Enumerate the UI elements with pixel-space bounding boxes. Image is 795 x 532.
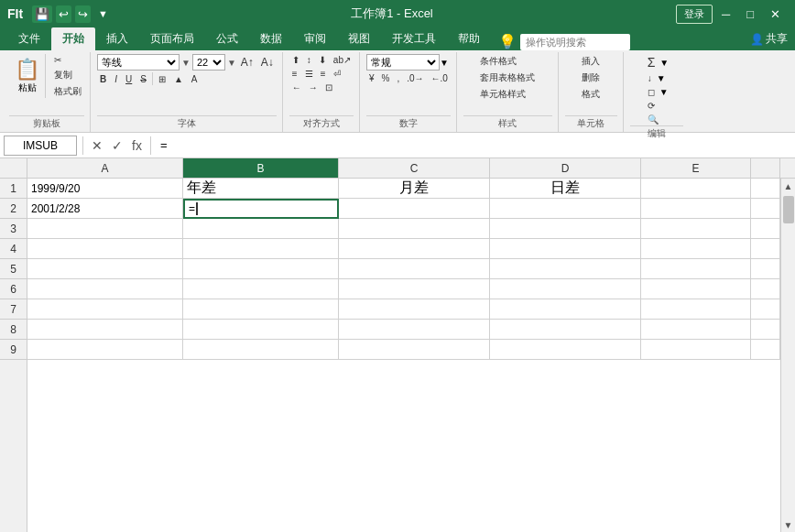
row-header-8[interactable]: 8: [0, 320, 27, 340]
cell-extra-9[interactable]: [751, 340, 780, 360]
cell-extra-7[interactable]: [751, 299, 780, 320]
redo-button[interactable]: ↪: [75, 5, 91, 23]
vertical-scrollbar[interactable]: ▲ ▼: [780, 179, 795, 532]
cell-b4[interactable]: [183, 239, 339, 259]
row-header-6[interactable]: 6: [0, 279, 27, 299]
tab-page-layout[interactable]: 页面布局: [139, 27, 205, 50]
underline-button[interactable]: U: [123, 73, 135, 85]
cell-b7[interactable]: [183, 299, 339, 320]
help-search-input[interactable]: [520, 34, 630, 50]
share-button[interactable]: 👤 共享: [750, 31, 788, 47]
cell-d7[interactable]: [490, 299, 641, 320]
sum-dropdown[interactable]: ▼: [659, 58, 669, 68]
cell-d2[interactable]: [490, 199, 641, 219]
number-format-select[interactable]: 常规: [366, 54, 440, 71]
col-header-b[interactable]: B: [183, 158, 339, 178]
align-middle-button[interactable]: ↕: [304, 54, 314, 66]
copy-button[interactable]: 复制: [51, 68, 84, 82]
delete-button[interactable]: 删除: [579, 71, 603, 85]
cell-d4[interactable]: [490, 239, 641, 259]
number-format-expand[interactable]: ▼: [440, 58, 449, 68]
font-expand-icon[interactable]: ▼: [181, 58, 191, 68]
font-size-expand-icon[interactable]: ▼: [227, 58, 236, 68]
row-header-5[interactable]: 5: [0, 259, 27, 279]
cell-extra-1[interactable]: [751, 179, 780, 199]
cell-c8[interactable]: [339, 320, 490, 340]
cell-b5[interactable]: [183, 259, 339, 279]
login-button[interactable]: 登录: [676, 5, 713, 24]
scroll-down-button[interactable]: ▼: [784, 517, 793, 532]
row-header-4[interactable]: 4: [0, 239, 27, 259]
tab-insert[interactable]: 插入: [95, 27, 139, 50]
cell-e3[interactable]: [641, 219, 751, 239]
tab-view[interactable]: 视图: [337, 27, 381, 50]
cell-c5[interactable]: [339, 259, 490, 279]
sum-button[interactable]: Σ: [645, 54, 659, 71]
undo-button[interactable]: ↩: [56, 5, 71, 23]
cell-d1[interactable]: 日差: [490, 179, 641, 199]
currency-button[interactable]: ¥: [366, 72, 377, 84]
strikethrough-button[interactable]: S: [137, 73, 149, 85]
insert-button[interactable]: 插入: [579, 54, 603, 69]
tab-help[interactable]: 帮助: [447, 27, 491, 50]
cell-a6[interactable]: [27, 279, 183, 299]
font-size-select[interactable]: 22: [192, 54, 225, 71]
italic-button[interactable]: I: [112, 73, 120, 85]
indent-less-button[interactable]: ←: [289, 81, 304, 93]
cell-b2[interactable]: =: [183, 199, 339, 219]
tab-review[interactable]: 审阅: [293, 27, 337, 50]
cell-b1[interactable]: 年差: [183, 179, 339, 199]
comma-button[interactable]: ,: [394, 72, 402, 84]
cell-a4[interactable]: [27, 239, 183, 259]
cell-a2[interactable]: 2001/2/28: [27, 199, 183, 219]
cell-c9[interactable]: [339, 340, 490, 360]
formula-cancel-button[interactable]: ✕: [89, 138, 105, 153]
tab-file[interactable]: 文件: [7, 27, 51, 50]
tab-home[interactable]: 开始: [51, 27, 95, 50]
indent-more-button[interactable]: →: [306, 81, 321, 93]
scroll-up-button[interactable]: ▲: [784, 179, 793, 194]
maximize-button[interactable]: □: [739, 5, 761, 23]
close-button[interactable]: ✕: [763, 5, 788, 23]
cell-e2[interactable]: [641, 199, 751, 219]
paste-button[interactable]: 📋 粘贴: [9, 54, 46, 98]
cell-d5[interactable]: [490, 259, 641, 279]
tab-data[interactable]: 数据: [249, 27, 293, 50]
row-header-7[interactable]: 7: [0, 299, 27, 320]
formula-input[interactable]: [157, 136, 791, 156]
cell-c6[interactable]: [339, 279, 490, 299]
tab-developer[interactable]: 开发工具: [381, 27, 447, 50]
align-left-button[interactable]: ≡: [289, 68, 300, 80]
cell-extra-2[interactable]: [751, 199, 780, 219]
align-bottom-button[interactable]: ⬇: [316, 54, 329, 66]
cell-a1[interactable]: 1999/9/20: [27, 179, 183, 199]
cell-c2[interactable]: [339, 199, 490, 219]
wrap-text-button[interactable]: ⏎: [331, 68, 343, 80]
cell-d9[interactable]: [490, 340, 641, 360]
cell-d3[interactable]: [490, 219, 641, 239]
increase-decimal-button[interactable]: .0→: [404, 72, 426, 84]
col-header-a[interactable]: A: [27, 158, 183, 178]
cell-d6[interactable]: [490, 279, 641, 299]
format-paint-button[interactable]: 格式刷: [51, 84, 84, 99]
align-center-button[interactable]: ☰: [302, 68, 316, 80]
clear-button[interactable]: ◻: [645, 86, 658, 98]
cell-extra-8[interactable]: [751, 320, 780, 340]
col-header-c[interactable]: C: [339, 158, 490, 178]
sort-button[interactable]: ⟳: [645, 100, 658, 112]
cell-a8[interactable]: [27, 320, 183, 340]
cell-e5[interactable]: [641, 259, 751, 279]
name-box[interactable]: [4, 136, 77, 156]
font-color-button[interactable]: A: [189, 73, 201, 85]
conditional-format-button[interactable]: 条件格式: [477, 54, 538, 69]
cell-e8[interactable]: [641, 320, 751, 340]
cell-c1[interactable]: 月差: [339, 179, 490, 199]
text-angle-button[interactable]: ab↗: [331, 54, 354, 66]
fx-button[interactable]: fx: [129, 138, 145, 153]
font-decrease-button[interactable]: A↓: [258, 55, 277, 70]
minimize-button[interactable]: ─: [714, 5, 737, 23]
cell-a3[interactable]: [27, 219, 183, 239]
cell-b9[interactable]: [183, 340, 339, 360]
cell-c4[interactable]: [339, 239, 490, 259]
align-top-button[interactable]: ⬆: [289, 54, 302, 66]
